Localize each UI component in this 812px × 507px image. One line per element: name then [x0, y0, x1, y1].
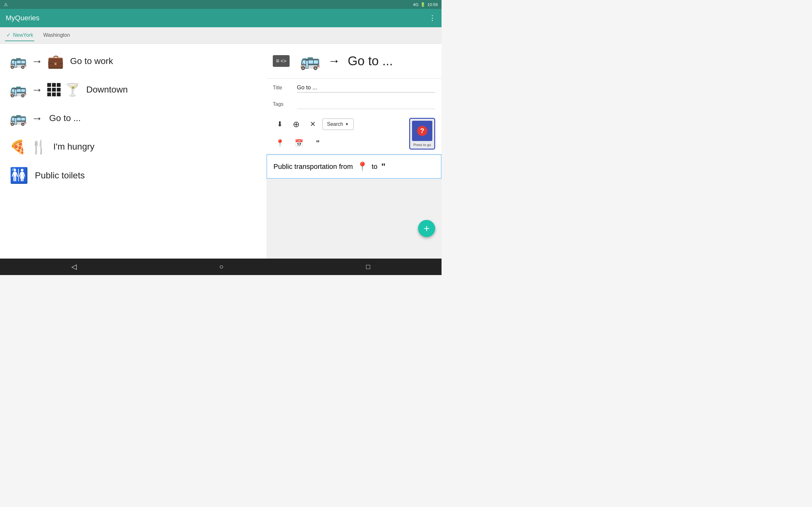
download-icon: ⬇: [277, 120, 283, 128]
list-item[interactable]: 🍕 🍴 I'm hungry: [0, 132, 266, 161]
lines-icon: ≡: [276, 58, 280, 64]
close-icon: ✕: [310, 120, 316, 128]
briefcase-icon: 💼: [47, 54, 64, 69]
app-bar: MyQueries ⋮: [0, 9, 442, 27]
pin-icon: 📍: [275, 139, 284, 147]
arrow-icon: →: [32, 55, 43, 68]
signal-text: 4G: [413, 2, 418, 7]
building-icon: [47, 83, 61, 96]
tags-input[interactable]: [297, 100, 435, 109]
search-label: Search: [327, 121, 343, 127]
query-item-icons: 🚌 → 💼: [9, 53, 64, 69]
search-dropdown[interactable]: Search ▼: [322, 118, 354, 130]
cocktail-icon: 🍸: [65, 83, 80, 97]
quote-icon: ": [316, 139, 319, 148]
fab-plus-icon: +: [424, 223, 430, 234]
arrow-icon: →: [32, 112, 43, 125]
query-item-icons: 🚌 →: [9, 110, 43, 126]
header-bus-icon: 🚌: [300, 51, 320, 71]
query-label-go-to-work: Go to work: [70, 56, 113, 66]
query-item-icons: 🚻: [9, 167, 29, 184]
toilets-icon: 🚻: [9, 167, 29, 184]
home-button[interactable]: ○: [212, 260, 231, 274]
add-icon: ⊕: [293, 119, 300, 129]
tab-newyork-label: NewYork: [13, 32, 33, 38]
query-label-toilets: Public toilets: [35, 170, 85, 181]
left-panel: 🚌 → 💼 Go to work 🚌 → 🍸 Downtown: [0, 44, 266, 259]
pin-button[interactable]: 📍: [273, 136, 287, 150]
status-bar-left: ⚠: [4, 2, 8, 7]
add-button[interactable]: ⊕: [289, 117, 303, 131]
tab-bar: ✓ NewYork Washington: [0, 27, 442, 44]
title-label: Title: [273, 85, 292, 91]
status-bar-right: 4G 🔋 10:59: [413, 2, 438, 7]
query-quotes-icon: ": [381, 162, 386, 172]
widget-question-mark: ?: [417, 126, 427, 136]
query-text: Public transportation from: [273, 163, 353, 171]
fab-button[interactable]: +: [418, 220, 435, 237]
back-button[interactable]: ◁: [64, 260, 84, 274]
toolbar-section: ⬇ ⊕ ✕ Search ▼ 📍: [266, 113, 442, 154]
overflow-menu-icon[interactable]: ⋮: [429, 14, 436, 22]
time-display: 10:59: [427, 2, 438, 7]
press-to-go-widget[interactable]: ? Press to go: [409, 118, 435, 150]
calendar-button[interactable]: 📅: [292, 136, 306, 150]
query-label-go-to: Go to ...: [49, 113, 81, 123]
right-panel-title: Go to ...: [348, 54, 393, 68]
recents-icon: □: [366, 263, 370, 271]
quote-button[interactable]: ": [311, 136, 325, 150]
title-row: Title: [266, 78, 442, 97]
query-label-downtown: Downtown: [86, 84, 128, 95]
bus-icon: 🚌: [9, 81, 27, 98]
tab-washington-label: Washington: [43, 32, 70, 38]
list-item[interactable]: 🚌 → 🍸 Downtown: [0, 75, 266, 104]
recents-button[interactable]: □: [358, 260, 378, 274]
toolbar-row-2: 📍 📅 ": [273, 136, 404, 150]
widget-inner: ?: [412, 121, 432, 141]
bus-icon: 🚌: [9, 53, 27, 69]
tab-check-icon: ✓: [6, 32, 10, 38]
list-item[interactable]: 🚌 → 💼 Go to work: [0, 47, 266, 75]
list-item[interactable]: 🚌 → Go to ...: [0, 104, 266, 132]
query-to-text: to: [372, 163, 377, 171]
arrow-icon: →: [32, 83, 43, 96]
bottom-nav: ◁ ○ □: [0, 259, 442, 275]
title-input[interactable]: [297, 83, 435, 93]
code-brackets-icon: <>: [281, 58, 287, 64]
battery-icon: 🔋: [420, 2, 425, 7]
tab-newyork[interactable]: ✓ NewYork: [5, 30, 34, 41]
press-to-go-label: Press to go: [413, 143, 431, 147]
query-pin-icon: 📍: [357, 161, 368, 172]
calendar-icon: 📅: [295, 139, 303, 147]
list-item[interactable]: 🚻 Public toilets: [0, 161, 266, 190]
close-button[interactable]: ✕: [306, 117, 320, 131]
tags-row: Tags: [266, 97, 442, 113]
tags-label: Tags: [273, 101, 292, 107]
query-item-icons: 🍕 🍴: [9, 139, 47, 155]
main-layout: 🚌 → 💼 Go to work 🚌 → 🍸 Downtown: [0, 44, 442, 259]
query-item-icons: 🚌 → 🍸: [9, 81, 80, 98]
back-icon: ◁: [71, 263, 77, 271]
header-arrow-icon: →: [328, 54, 340, 68]
download-button[interactable]: ⬇: [273, 117, 287, 131]
status-bar: ⚠ 4G 🔋 10:59: [0, 0, 442, 9]
right-panel-header: ≡ <> 🚌 → Go to ...: [266, 44, 442, 78]
home-icon: ○: [219, 263, 223, 271]
pizza-icon: 🍕: [9, 139, 26, 155]
right-panel: ≡ <> 🚌 → Go to ... Title Tags ⬇: [266, 44, 442, 259]
toolbar-row-1: ⬇ ⊕ ✕ Search ▼: [273, 117, 404, 131]
bus-icon: 🚌: [9, 110, 27, 126]
utensils-icon: 🍴: [31, 139, 47, 155]
warning-icon: ⚠: [4, 2, 8, 7]
query-builder-area[interactable]: Public transportation from 📍 to ": [266, 154, 442, 179]
query-label-hungry: I'm hungry: [53, 142, 95, 152]
app-title: MyQueries: [6, 14, 39, 22]
tab-washington[interactable]: Washington: [42, 30, 71, 41]
dropdown-chevron-icon: ▼: [345, 122, 349, 126]
